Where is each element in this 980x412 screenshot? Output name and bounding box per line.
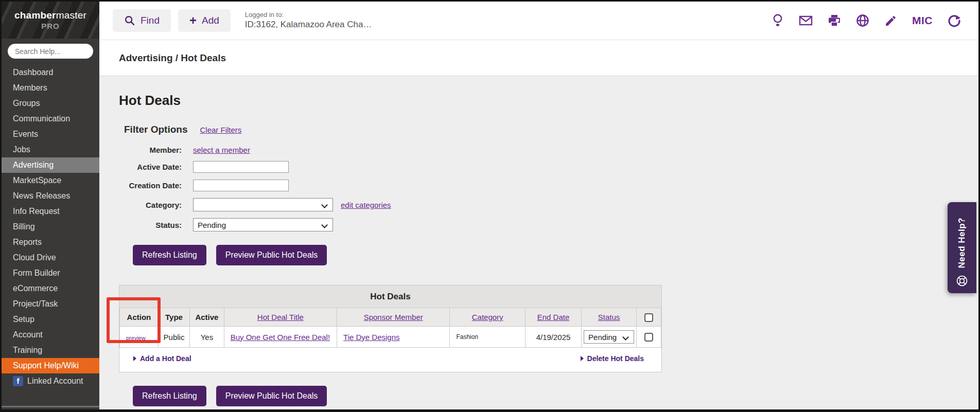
sidebar-item-dashboard[interactable]: Dashboard — [2, 65, 99, 80]
triangle-right-icon — [581, 356, 584, 361]
need-help-label: Need Help? — [957, 218, 967, 268]
logged-in-info: Logged in to: ID:3162, Kalamazoo Area Ch… — [245, 10, 372, 31]
member-label: Member: — [119, 146, 182, 154]
facebook-icon: f — [13, 376, 23, 386]
edit-categories-link[interactable]: edit categories — [341, 201, 391, 209]
breadcrumb: Advertising / Hot Deals — [119, 52, 226, 64]
sidebar-item-ecommerce[interactable]: eCommerce — [2, 281, 99, 296]
sidebar-item-groups[interactable]: Groups — [2, 96, 99, 111]
column-header-sponsor-member[interactable]: Sponsor Member — [364, 313, 423, 321]
sidebar-item-training[interactable]: Training — [2, 343, 99, 358]
lightbulb-icon — [772, 13, 784, 28]
column-header-category[interactable]: Category — [472, 313, 503, 321]
refresh-listing-button[interactable]: Refresh Listing — [133, 245, 206, 265]
column-header-action: Action — [120, 308, 159, 327]
add-button[interactable]: + Add — [178, 9, 231, 32]
filter-form: Member: select a member Active Date: Cre… — [119, 146, 978, 231]
sidebar-item-support-help-wiki[interactable]: Support Help/Wiki — [2, 358, 99, 373]
active-date-input[interactable] — [193, 161, 289, 173]
row-status-select[interactable]: Pending — [584, 330, 634, 344]
brand-logo: chambermaster PRO — [2, 2, 99, 39]
page-title: Hot Deals — [119, 93, 978, 109]
triangle-right-icon — [133, 356, 136, 361]
preview-public-hot-deals-button-bottom[interactable]: Preview Public Hot Deals — [216, 386, 327, 406]
search-icon — [124, 15, 135, 26]
sidebar-item-members[interactable]: Members — [2, 80, 99, 96]
status-select[interactable]: Pending — [193, 218, 333, 231]
brand-name: chambermaster — [14, 10, 86, 21]
sidebar-item-form-builder[interactable]: Form Builder — [2, 265, 99, 281]
sidebar-bottom-divider — [2, 406, 99, 407]
logged-in-value: ID:3162, Kalamazoo Area Cha… — [245, 19, 372, 31]
mic-label: MIC — [912, 14, 933, 27]
sidebar-item-marketspace[interactable]: MarketSpace — [2, 173, 99, 188]
select-member-link[interactable]: select a member — [193, 146, 250, 154]
sidebar-item-news-releases[interactable]: News Releases — [2, 188, 99, 204]
sidebar-item-account[interactable]: Account — [2, 327, 99, 343]
sidebar-item-info-request[interactable]: Info Request — [2, 204, 99, 219]
email-button[interactable] — [799, 15, 813, 26]
lightbulb-button[interactable] — [772, 13, 784, 28]
sidebar-item-setup[interactable]: Setup — [2, 312, 99, 327]
printer-icon — [828, 14, 841, 27]
logged-in-prefix: Logged in to: — [245, 10, 372, 20]
table-row: preview Public Yes Buy One Get One Free … — [120, 327, 661, 348]
row-checkbox[interactable] — [644, 333, 653, 342]
category-select[interactable] — [193, 198, 333, 211]
table-header-row: Action Type Active Hot Deal Title Sponso… — [120, 308, 661, 327]
sidebar-item-advertising[interactable]: Advertising — [2, 157, 99, 173]
active-date-label: Active Date: — [119, 163, 182, 171]
globe-icon — [856, 14, 869, 27]
creation-date-input[interactable] — [193, 180, 289, 191]
globe-button[interactable] — [856, 14, 869, 27]
hot-deals-table: Action Type Active Hot Deal Title Sponso… — [119, 308, 661, 348]
search-help-input[interactable] — [8, 44, 93, 59]
sidebar-item-billing[interactable]: Billing — [2, 219, 99, 235]
edit-button[interactable] — [884, 14, 897, 27]
select-all-checkbox[interactable] — [644, 313, 653, 322]
preview-public-hot-deals-button[interactable]: Preview Public Hot Deals — [216, 245, 327, 265]
sidebar-nav: Dashboard Members Groups Communication E… — [2, 65, 99, 389]
filter-options-heading: Filter Options — [124, 124, 188, 135]
sidebar-item-reports[interactable]: Reports — [2, 235, 99, 250]
sidebar-item-project-task[interactable]: Project/Task — [2, 296, 99, 312]
delete-hot-deals-link[interactable]: Delete Hot Deals — [581, 354, 644, 363]
linked-account-label: Linked Account — [27, 376, 83, 386]
sidebar-item-cloud-drive[interactable]: Cloud Drive — [2, 250, 99, 265]
refresh-icon — [948, 14, 961, 27]
brand-tier: PRO — [41, 22, 60, 30]
plus-icon: + — [189, 14, 197, 27]
column-header-end-date[interactable]: End Date — [537, 313, 570, 321]
sidebar-item-communication[interactable]: Communication — [2, 111, 99, 127]
row-status-value: Pending — [588, 333, 617, 342]
creation-date-label: Creation Date: — [119, 181, 182, 190]
sidebar-item-linked-account[interactable]: f Linked Account — [2, 373, 99, 389]
sidebar-item-events[interactable]: Events — [2, 127, 99, 142]
refresh-button[interactable] — [948, 14, 961, 27]
add-label: Add — [202, 15, 219, 26]
sidebar-item-jobs[interactable]: Jobs — [2, 142, 99, 157]
type-cell: Public — [158, 327, 189, 348]
column-header-type: Type — [158, 308, 189, 327]
column-header-status[interactable]: Status — [598, 313, 620, 321]
preview-link[interactable]: preview — [126, 335, 146, 341]
life-preserver-icon — [956, 275, 968, 287]
status-select-value: Pending — [198, 221, 226, 229]
topbar: Find + Add Logged in to: ID:3162, Kalama… — [99, 2, 978, 40]
column-header-hot-deal-title[interactable]: Hot Deal Title — [257, 313, 304, 321]
print-button[interactable] — [828, 14, 841, 27]
sponsor-member-link[interactable]: Tie Dye Designs — [343, 333, 399, 342]
breadcrumb-bar: Advertising / Hot Deals — [99, 40, 978, 76]
find-button[interactable]: Find — [113, 9, 171, 32]
refresh-listing-button-bottom[interactable]: Refresh Listing — [133, 386, 206, 406]
category-label: Category: — [119, 201, 182, 209]
need-help-tab[interactable]: Need Help? — [948, 202, 976, 293]
find-label: Find — [141, 15, 160, 26]
mic-button[interactable]: MIC — [912, 14, 933, 27]
content-area: Hot Deals Filter Options Clear Filters M… — [99, 76, 978, 409]
end-date-cell: 4/19/2025 — [525, 327, 581, 348]
add-hot-deal-link[interactable]: Add a Hot Deal — [133, 354, 191, 363]
clear-filters-link[interactable]: Clear Filters — [200, 126, 242, 134]
add-hot-deal-label: Add a Hot Deal — [140, 354, 191, 363]
hot-deal-title-link[interactable]: Buy One Get One Free Deal! — [231, 333, 330, 342]
